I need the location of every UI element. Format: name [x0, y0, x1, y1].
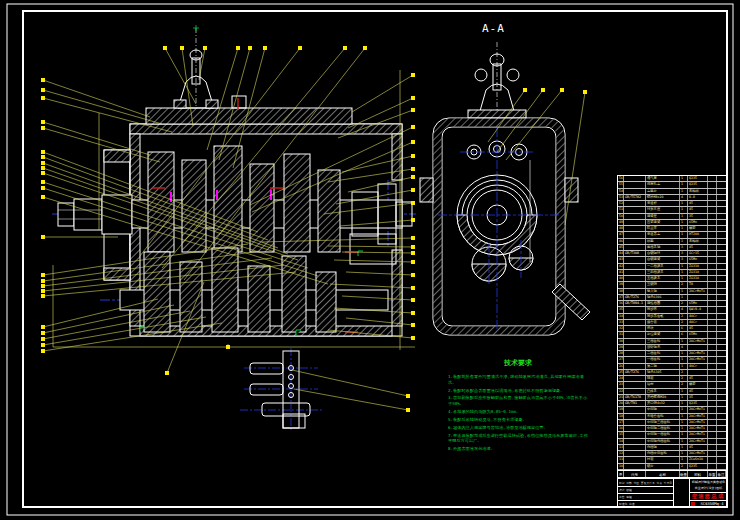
balloon-marker: [411, 260, 415, 264]
balloon-marker: [411, 154, 415, 158]
balloon-marker: [41, 155, 45, 159]
tech-item: 6.箱体内注入规定牌号齿轮油,油面至油标规定位置。: [448, 425, 588, 431]
balloon-marker: [41, 166, 45, 170]
tech-item: 7.变速器装配完成后应进行空载运转试验,各挡位换挡灵活无异常噪声,工作平稳后方可…: [448, 433, 588, 444]
parts-list-table: 56通气塞1Q23555观察孔盖1Q23554盖垫片1石棉纸53GB/T5782…: [617, 175, 727, 478]
tech-item: 2.装配时各配合表面需涂以润滑油,各密封处不得有渗漏现象。: [448, 388, 588, 394]
tech-requirements-title: 技术要求: [448, 358, 588, 368]
balloon-marker: [41, 150, 45, 154]
balloon-marker: [41, 284, 45, 288]
balloon-marker: [41, 186, 45, 190]
balloon-marker: [226, 345, 230, 349]
parts-list-rows: 56通气塞1Q23555观察孔盖1Q23554盖垫片1石棉纸53GB/T5782…: [618, 176, 726, 470]
balloon-marker: [248, 46, 252, 50]
balloon-marker: [41, 195, 45, 199]
balloon-marker: [411, 273, 415, 277]
balloon-marker: [41, 331, 45, 335]
tech-requirements-list: 1.装配前所有零件均需清洗干净,滚动轴承用汽油清洗,其他零件用煤油清洗。2.装配…: [448, 374, 588, 452]
balloon-marker: [411, 73, 415, 77]
title-block: 标记 处数 分区 更改文件号 签名 年月日 设计 校核 工艺 审核 标准化 批准…: [617, 478, 727, 507]
balloon-marker: [583, 90, 587, 94]
balloon-marker: [41, 343, 45, 347]
balloon-marker: [411, 96, 415, 100]
organization-text: 机械设计制造及其自动化 毕业设计(论文)图纸: [689, 480, 728, 491]
balloon-marker: [41, 171, 45, 175]
balloon-marker: [406, 394, 410, 398]
balloon-marker: [363, 46, 367, 50]
tech-item: 5.装配后各轴转动灵活,不得有卡滞现象。: [448, 417, 588, 423]
tech-item: 3.齿轮副装配后应作接触斑点检查,接触斑点沿齿高不小于40%,沿齿长不小于50%…: [448, 395, 588, 406]
detail-view-shift-rails: [240, 348, 322, 432]
datum-mark-green: [193, 25, 199, 31]
input-shaft: [58, 195, 132, 234]
balloon-marker: [411, 323, 415, 327]
balloon-marker: [41, 337, 45, 341]
balloon-marker: [541, 88, 545, 92]
balloon-marker: [343, 46, 347, 50]
balloon-marker: [41, 161, 45, 165]
balloon-marker: [411, 298, 415, 302]
balloon-marker: [411, 286, 415, 290]
balloon-marker: [41, 120, 45, 124]
balloon-marker: [411, 336, 415, 340]
drawing-number: SC6350Mq-4: [696, 501, 728, 506]
balloon-marker: [411, 188, 415, 192]
aa-section-view: [420, 42, 590, 335]
balloon-marker: [41, 235, 45, 239]
balloon-marker: [165, 371, 169, 375]
balloon-marker: [41, 96, 45, 100]
balloon-marker: [411, 251, 415, 255]
balloon-marker: [411, 236, 415, 240]
balloon-marker: [523, 88, 527, 92]
balloon-marker: [41, 126, 45, 130]
section-label: A-A: [482, 22, 505, 35]
balloon-marker: [163, 46, 167, 50]
balloon-marker: [236, 46, 240, 50]
balloon-marker: [41, 78, 45, 82]
balloon-marker: [41, 294, 45, 298]
balloon-marker: [560, 88, 564, 92]
balloon-marker: [411, 125, 415, 129]
aa-housing-outer: [433, 118, 565, 335]
balloon-marker: [180, 46, 184, 50]
main-gears: [148, 146, 340, 252]
technical-requirements: 技术要求 1.装配前所有零件均需清洗干净,滚动轴承用汽油清洗,其他零件用煤油清洗…: [448, 358, 588, 454]
balloon-marker: [411, 245, 415, 249]
balloon-marker: [41, 180, 45, 184]
balloon-marker: [411, 167, 415, 171]
balloon-marker: [411, 218, 415, 222]
balloon-marker: [41, 88, 45, 92]
aa-lug-left: [420, 178, 433, 202]
balloon-marker: [406, 408, 410, 412]
balloon-marker: [411, 311, 415, 315]
balloon-marker: [263, 46, 267, 50]
balloon-marker: [203, 46, 207, 50]
top-cover: [146, 108, 352, 124]
cad-drawing-screenshot: A-A 技术要求 1.装配前所有零件均需清洗干净,滚动轴承用汽油清洗,其他零件用…: [0, 0, 740, 520]
drawing-title-red: 变速器总成: [682, 493, 734, 500]
balloon-marker: [411, 175, 415, 179]
balloon-marker: [41, 279, 45, 283]
tech-item: 4.各轴承的轴向游隙为0.05~0.1mm。: [448, 409, 588, 415]
balloon-marker: [411, 108, 415, 112]
stamp-mark: [691, 502, 695, 506]
balloon-marker: [411, 201, 415, 205]
balloon-marker: [411, 140, 415, 144]
balloon-marker: [41, 273, 45, 277]
balloon-marker: [41, 325, 45, 329]
signature-row-4: 标准化 批准: [619, 500, 673, 510]
tech-item: 8.外露表面涂灰色油漆。: [448, 446, 588, 452]
balloon-marker: [41, 349, 45, 353]
balloon-marker: [41, 289, 45, 293]
tech-item: 1.装配前所有零件均需清洗干净,滚动轴承用汽油清洗,其他零件用煤油清洗。: [448, 374, 588, 385]
balloon-marker: [298, 46, 302, 50]
